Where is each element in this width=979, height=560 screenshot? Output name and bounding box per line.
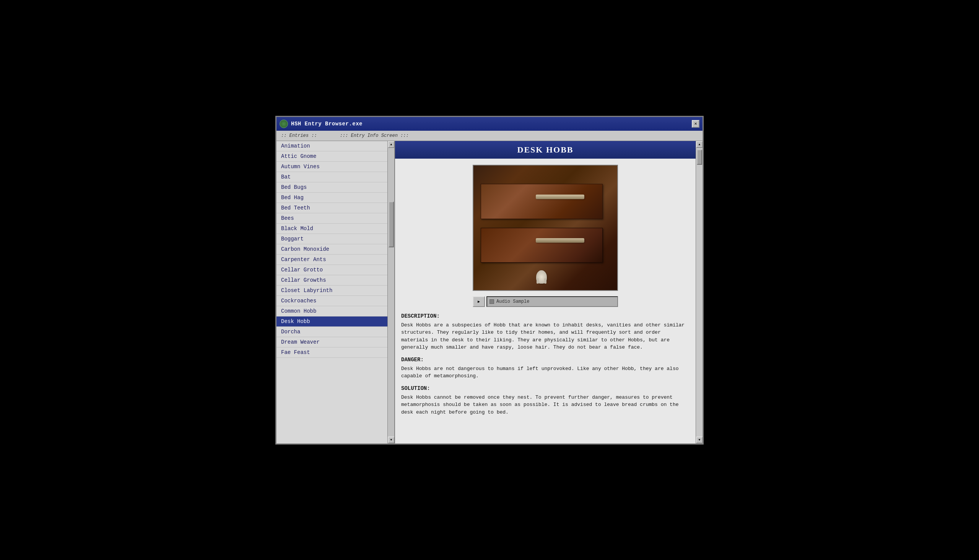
solution-heading: SOLUTION: bbox=[401, 385, 689, 392]
creature-legs bbox=[534, 278, 549, 283]
list-item[interactable]: Fae Feast bbox=[277, 347, 387, 358]
scroll-track bbox=[388, 148, 394, 437]
drawer-handle-bottom bbox=[536, 238, 584, 243]
info-label: ::: Entry Info Screen ::: bbox=[340, 133, 409, 138]
list-item[interactable]: Bat bbox=[277, 172, 387, 182]
list-item[interactable]: Bed Bugs bbox=[277, 182, 387, 193]
list-item[interactable]: Autumn Vines bbox=[277, 162, 387, 172]
entry-body: ▶ Audio Sample DESCRIPTION: Desk Hobbs a… bbox=[395, 158, 695, 443]
list-item[interactable]: Cellar Growths bbox=[277, 275, 387, 285]
app-window: HSH Entry Browser.exe ✕ :: Entries :: ::… bbox=[275, 116, 704, 445]
audio-label: Audio Sample bbox=[496, 299, 529, 304]
content-scroll-thumb[interactable] bbox=[697, 150, 702, 165]
danger-heading: DANGER: bbox=[401, 357, 689, 363]
main-content: AnimationAttic GnomeAutumn VinesBatBed B… bbox=[277, 141, 702, 443]
content-scroll-up[interactable]: ▲ bbox=[696, 141, 702, 148]
creature-leg-left bbox=[537, 278, 539, 283]
list-item[interactable]: Bed Teeth bbox=[277, 203, 387, 213]
drawer-handle-top bbox=[536, 195, 584, 199]
list-item[interactable]: Common Hobb bbox=[277, 306, 387, 317]
audio-player: ▶ Audio Sample bbox=[473, 296, 618, 307]
entries-label: :: Entries :: bbox=[281, 133, 317, 138]
entry-list: AnimationAttic GnomeAutumn VinesBatBed B… bbox=[277, 141, 387, 443]
list-item[interactable]: Bed Hag bbox=[277, 193, 387, 203]
sidebar-scrollbar[interactable]: ▲ ▼ bbox=[387, 141, 394, 443]
scroll-thumb[interactable] bbox=[389, 202, 394, 247]
description-text: Desk Hobbs are a subspecies of Hobb that… bbox=[401, 322, 689, 351]
list-item[interactable]: Boggart bbox=[277, 234, 387, 244]
entry-header: Desk Hobb bbox=[395, 141, 695, 158]
description-heading: DESCRIPTION: bbox=[401, 313, 689, 319]
audio-bar: Audio Sample bbox=[487, 296, 618, 307]
danger-text: Desk Hobbs are not dangerous to humans i… bbox=[401, 365, 689, 380]
list-item[interactable]: Carpenter Ants bbox=[277, 255, 387, 265]
content-scrollbar[interactable]: ▲ ▼ bbox=[695, 141, 702, 443]
title-bar: HSH Entry Browser.exe ✕ bbox=[277, 117, 702, 131]
image-container bbox=[401, 165, 689, 291]
list-item[interactable]: Desk Hobb bbox=[277, 317, 387, 327]
entry-title: Desk Hobb bbox=[517, 145, 574, 155]
scroll-up-button[interactable]: ▲ bbox=[388, 141, 394, 148]
list-item[interactable]: Cockroaches bbox=[277, 296, 387, 306]
list-item[interactable]: Animation bbox=[277, 141, 387, 152]
sidebar: AnimationAttic GnomeAutumn VinesBatBed B… bbox=[277, 141, 395, 443]
app-icon bbox=[280, 120, 288, 128]
content-scroll-track bbox=[696, 148, 702, 437]
list-item[interactable]: Attic Gnome bbox=[277, 152, 387, 162]
desk-image-inner bbox=[474, 165, 617, 290]
solution-text: Desk Hobbs cannot be removed once they n… bbox=[401, 394, 689, 416]
toolbar: :: Entries :: ::: Entry Info Screen ::: bbox=[277, 131, 702, 141]
list-item[interactable]: Closet Labyrinth bbox=[277, 285, 387, 296]
play-button[interactable]: ▶ bbox=[473, 296, 485, 307]
title-bar-left: HSH Entry Browser.exe bbox=[280, 120, 362, 128]
list-container: AnimationAttic GnomeAutumn VinesBatBed B… bbox=[277, 141, 394, 443]
list-item[interactable]: Black Mold bbox=[277, 223, 387, 234]
list-item[interactable]: Dream Weaver bbox=[277, 337, 387, 347]
window-title: HSH Entry Browser.exe bbox=[291, 121, 362, 127]
content-area: Desk Hobb bbox=[395, 141, 695, 443]
scroll-down-button[interactable]: ▼ bbox=[388, 437, 394, 443]
drawer-top bbox=[481, 184, 603, 218]
entry-image bbox=[473, 165, 618, 291]
close-button[interactable]: ✕ bbox=[692, 120, 699, 128]
list-item[interactable]: Dorcha bbox=[277, 327, 387, 337]
creature-leg-right bbox=[544, 278, 547, 283]
list-item[interactable]: Cellar Grotto bbox=[277, 265, 387, 275]
drawer-bottom bbox=[481, 228, 603, 263]
creature-figure bbox=[534, 263, 549, 283]
list-item[interactable]: Carbon Monoxide bbox=[277, 244, 387, 255]
content-scroll-down[interactable]: ▼ bbox=[696, 437, 702, 443]
audio-indicator bbox=[489, 299, 494, 304]
list-item[interactable]: Bees bbox=[277, 213, 387, 223]
